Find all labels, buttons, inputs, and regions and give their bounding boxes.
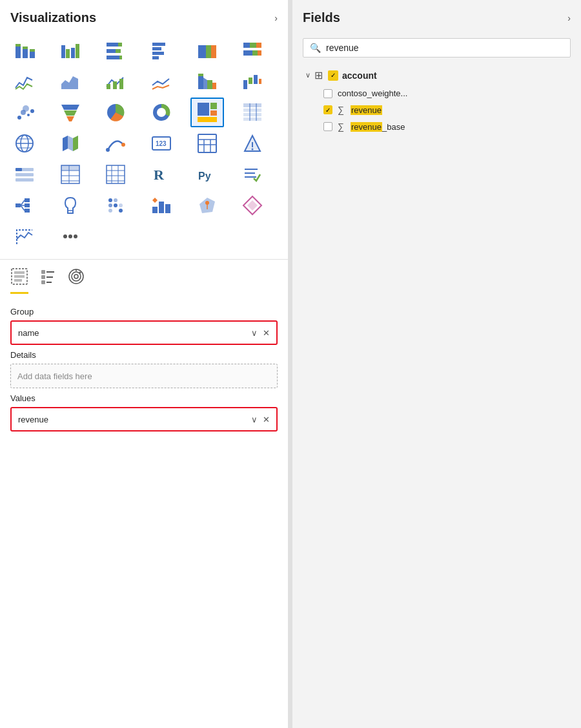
svg-rect-4: [30, 52, 35, 58]
search-box[interactable]: 🔍: [303, 38, 571, 57]
revenue-base-item[interactable]: ∑ revenue_base: [303, 118, 571, 135]
svg-point-113: [119, 203, 123, 207]
fields-panel-chevron[interactable]: ›: [567, 13, 571, 23]
svg-rect-35: [207, 80, 212, 89]
area-chart-icon[interactable]: [54, 67, 87, 96]
tab-analytics[interactable]: [67, 267, 85, 296]
card-icon[interactable]: 123: [145, 129, 178, 158]
clustered-bar-h-icon[interactable]: [145, 36, 178, 65]
stacked-bar-icon[interactable]: [8, 36, 41, 65]
table-icon[interactable]: [190, 129, 224, 158]
globe-icon[interactable]: [8, 129, 41, 158]
svg-rect-57: [243, 109, 261, 112]
donut-chart-icon[interactable]: [145, 98, 178, 127]
svg-rect-52: [198, 103, 209, 116]
pie-chart-icon[interactable]: [99, 98, 132, 127]
svg-text:123: 123: [156, 140, 167, 147]
more-visuals-icon[interactable]: [54, 222, 87, 251]
kpi-icon[interactable]: [236, 129, 269, 158]
values-field-close-icon[interactable]: ✕: [263, 415, 270, 424]
visualizations-panel: Visualizations ›: [0, 0, 289, 728]
svg-rect-128: [14, 271, 25, 274]
scatter-chart-icon[interactable]: [8, 98, 41, 127]
funnel-chart-icon[interactable]: [54, 98, 87, 127]
r-visual-icon[interactable]: R: [145, 160, 178, 189]
ai-insights-icon[interactable]: [54, 191, 87, 220]
details-field-zone[interactable]: Add data fields here: [10, 364, 278, 388]
filled-map-icon[interactable]: [54, 129, 87, 158]
svg-rect-22: [211, 45, 216, 58]
svg-rect-28: [258, 50, 261, 56]
revenue-highlight: revenue: [351, 105, 382, 115]
arc-map-icon[interactable]: [99, 129, 132, 158]
svg-point-43: [27, 114, 30, 116]
slicer-icon[interactable]: [8, 160, 41, 189]
svg-rect-116: [152, 207, 158, 213]
revenue-base-checkbox[interactable]: [323, 122, 332, 131]
fields-tree: ∨ ⊞ ✓ account contoso_weighte... ✓ ∑ rev…: [292, 65, 581, 138]
details-placeholder: Add data fields here: [17, 371, 92, 381]
svg-marker-29: [61, 76, 78, 89]
svg-rect-33: [198, 76, 203, 89]
fields-panel-title: Fields: [303, 10, 340, 25]
svg-rect-13: [116, 49, 121, 53]
revenue-item[interactable]: ✓ ∑ revenue: [303, 101, 571, 118]
account-group: ∨ ⊞ ✓ account contoso_weighte... ✓ ∑ rev…: [303, 65, 571, 135]
analytics-tab-icon: [67, 267, 85, 289]
svg-rect-82: [15, 178, 34, 182]
contoso-checkbox[interactable]: [323, 89, 332, 98]
treemap-icon[interactable]: [190, 98, 224, 127]
svg-rect-55: [198, 117, 217, 122]
clustered-bar-icon[interactable]: [54, 36, 87, 65]
filled-map2-icon[interactable]: [190, 191, 224, 220]
group-field-close-icon[interactable]: ✕: [263, 328, 270, 338]
tab-format[interactable]: [39, 267, 57, 296]
group-label: Group: [10, 307, 278, 317]
stacked-bar-h-icon[interactable]: [99, 36, 132, 65]
svg-rect-40: [259, 79, 261, 84]
values-field-chevron-icon[interactable]: ∨: [251, 415, 258, 424]
svg-rect-101: [15, 203, 21, 207]
smart-narrative-icon[interactable]: [236, 160, 269, 189]
python-visual-icon[interactable]: Py: [190, 160, 224, 189]
contoso-field-name: contoso_weighte...: [338, 88, 407, 98]
svg-marker-123: [247, 200, 258, 211]
account-group-header[interactable]: ∨ ⊞ ✓ account: [303, 65, 571, 85]
svg-point-110: [114, 198, 117, 202]
waterfall-chart-icon[interactable]: [236, 67, 269, 96]
group-field-zone[interactable]: name ∨ ✕: [10, 320, 278, 345]
svg-point-138: [72, 272, 81, 281]
svg-rect-105: [25, 198, 30, 202]
ribbon-chart-icon[interactable]: [190, 67, 224, 96]
revenue-checkbox[interactable]: ✓: [323, 105, 332, 114]
svg-point-139: [74, 275, 78, 278]
svg-point-44: [23, 105, 29, 112]
diamond-icon[interactable]: [236, 191, 269, 220]
custom-visual-icon[interactable]: [8, 222, 41, 251]
svg-rect-36: [212, 83, 216, 89]
100pct-stacked-bar-h-icon[interactable]: [236, 36, 269, 65]
values-field-zone[interactable]: revenue ∨ ✕: [10, 407, 278, 432]
decomp-tree-icon[interactable]: [8, 191, 41, 220]
100pct-stacked-bar-icon[interactable]: [190, 36, 224, 65]
svg-marker-47: [64, 110, 77, 116]
group-field-chevron-icon[interactable]: ∨: [251, 328, 258, 338]
viz-panel-chevron[interactable]: ›: [274, 13, 278, 23]
svg-rect-30: [107, 84, 110, 89]
matrix2-icon[interactable]: [99, 160, 132, 189]
revenue-base-field-name: revenue_base: [351, 122, 405, 132]
search-input[interactable]: [326, 43, 564, 53]
dot-plot-icon[interactable]: [99, 191, 132, 220]
contoso-item[interactable]: contoso_weighte...: [303, 85, 571, 101]
account-chevron-icon[interactable]: ∨: [305, 71, 311, 79]
svg-rect-118: [165, 204, 170, 213]
line-stacked-icon[interactable]: [145, 67, 178, 96]
revenue-sigma-icon: ∑: [338, 105, 344, 115]
clustered-table-icon[interactable]: [54, 160, 87, 189]
line-chart-icon[interactable]: [8, 67, 41, 96]
line-clustered-icon[interactable]: [99, 67, 132, 96]
bar-highlight-icon[interactable]: [145, 191, 178, 220]
matrix-icon[interactable]: [236, 98, 269, 127]
tab-fields[interactable]: [10, 267, 28, 296]
svg-rect-133: [41, 280, 45, 284]
